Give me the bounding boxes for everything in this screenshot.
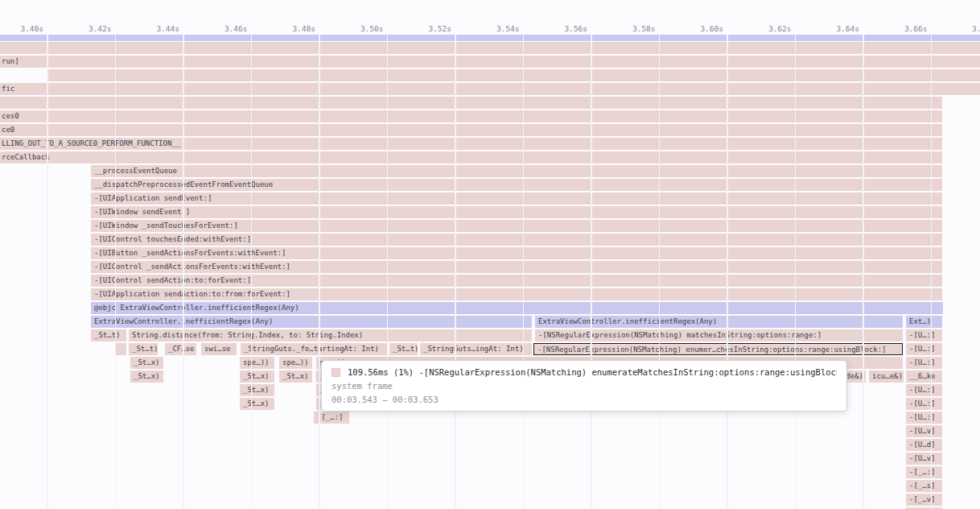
flame-bar[interactable]: @objc ExtraViewController.inefficientReg… <box>91 302 943 314</box>
flame-bar[interactable]: -[UIControl sendAction:to:forEvent:] <box>91 275 942 287</box>
flame-bar-label: spe…)) <box>240 357 274 369</box>
flame-bar-label: -[UIControl _sendActionsForEvents:withEv… <box>91 261 942 273</box>
flame-bar[interactable] <box>47 69 980 81</box>
flame-bar[interactable]: __processEventQueue <box>91 165 942 177</box>
flame-bar[interactable]: _St…t) <box>389 343 418 355</box>
flame-bar[interactable]: _St…x) <box>240 398 274 410</box>
flame-bar-selected[interactable]: -[NSRegularExpression(NSMatching) enumer… <box>533 343 903 355</box>
flame-bar[interactable]: -[UIControl _sendActionsForEvents:withEv… <box>91 261 942 273</box>
flame-bar-label: __processEventQueue <box>91 165 942 177</box>
flame-bar-label: _St…x) <box>279 370 312 383</box>
flame-bar[interactable]: -[_…:] <box>906 466 942 478</box>
flame-bar[interactable]: -[U…:] <box>906 384 942 396</box>
flame-bar[interactable]: String.distance(from: String.Index, to: … <box>129 329 532 341</box>
flame-bar-label: -[UIApplication sendEvent:] <box>91 192 942 205</box>
flame-bar[interactable]: -[UIWindow _sendTouchesForEvent:] <box>91 220 942 232</box>
ruler-tick-label: 3.52s <box>408 23 451 34</box>
flame-bar-label-tail: de&) <box>846 370 863 383</box>
flame-bar[interactable]: -[_…v] <box>906 494 942 506</box>
flame-bar[interactable]: _St…x) <box>130 370 163 383</box>
flame-bar-label: __dispatchPreprocessedEventFromEventQueu… <box>91 179 942 191</box>
flame-bar-label: -[_…v] <box>906 494 942 506</box>
flame-bar-label: -[U…:] <box>906 343 942 355</box>
flame-bar[interactable]: -[UIApplication sendAction:to:from:forEv… <box>91 288 942 300</box>
flame-bar[interactable]: spe…)) <box>279 357 312 369</box>
flame-bar[interactable] <box>0 97 942 109</box>
flame-bar-label: ExtraViewController.inefficientRegex(Any… <box>535 316 903 328</box>
flame-bar[interactable]: ExtraViewController.inefficientRegex(Any… <box>91 316 532 328</box>
flame-bar[interactable]: _St…x) <box>240 384 274 396</box>
flame-bar[interactable]: _StringGuts…ingAt: Int) <box>420 343 532 355</box>
tooltip-main-line: 109.56ms (1%) -[NSRegularExpression(NSMa… <box>331 367 837 377</box>
flame-bar-label: @objc ExtraViewController.inefficientReg… <box>91 302 943 314</box>
ruler-tick-label: 3.60s <box>680 23 723 34</box>
flame-bar[interactable]: ces0 <box>0 110 942 122</box>
flame-bar[interactable]: -[U…:] <box>906 329 942 341</box>
flame-bar-label: _St…x) <box>130 370 163 383</box>
flame-bar[interactable]: -[U…v] <box>906 425 942 437</box>
flame-bar-label: -[NSRegularExpression(NSMatching) enumer… <box>534 344 902 355</box>
tooltip: 109.56ms (1%) -[NSRegularExpression(NSMa… <box>321 360 847 412</box>
flame-bar[interactable]: -[UIApplication sendEvent:] <box>91 192 942 205</box>
flame-bar[interactable]: -[U…v] <box>906 453 942 465</box>
flame-bar-label: -[UIButton _sendActionsForEvents:withEve… <box>91 247 942 259</box>
flame-bar-label: -[U…d] <box>906 439 942 451</box>
flame-bar[interactable]: __dispatchPreprocessedEventFromEventQueu… <box>91 179 942 191</box>
flame-bar[interactable]: -[U…:] <box>906 343 942 355</box>
flame-bar-label: -[NSRegularExpression(NSMatching) matche… <box>535 329 903 341</box>
flame-bar[interactable]: _St…x) <box>279 370 312 383</box>
flame-bar[interactable]: -[UIButton _sendActionsForEvents:withEve… <box>91 247 942 259</box>
flame-bar[interactable]: _St…x) <box>130 357 163 369</box>
flame-bar[interactable]: swi…se <box>201 343 237 355</box>
ruler-tick-label: 3. <box>972 23 980 34</box>
flame-bar[interactable]: _St…x) <box>240 370 274 383</box>
flame-bar-label: String.distance(from: String.Index, to: … <box>129 329 532 341</box>
flame-bar-label: _St…x) <box>240 384 274 396</box>
flame-bar[interactable]: Ext…) <box>906 316 942 328</box>
flame-bar[interactable]: -[UIWindow sendEvent:] <box>91 206 942 218</box>
flame-bar[interactable]: -[U…:] <box>906 398 942 410</box>
flame-chart[interactable]: 3.40s3.42s3.44s3.46s3.48s3.50s3.52s3.54s… <box>0 0 980 509</box>
flame-bar-label: -[U…:] <box>906 329 942 341</box>
tooltip-duration-symbol: 109.56ms (1%) -[NSRegularExpression(NSMa… <box>348 367 837 377</box>
flame-bar[interactable]: -[_…:] <box>314 412 349 424</box>
flame-bar[interactable]: -[NSRegularExpression(NSMatching) matche… <box>535 329 903 341</box>
flame-bar-label: spe…)) <box>279 357 312 369</box>
flame-bar-label: _St…x) <box>240 370 274 383</box>
flame-bar[interactable]: -[U…:] <box>906 357 942 369</box>
flame-bar-label: -[_…:] <box>314 412 349 424</box>
flame-bar-label: rceCallback <box>0 151 942 163</box>
flame-bar[interactable]: -[_…s] <box>906 480 942 492</box>
flame-bar-label: ces0 <box>0 110 942 122</box>
tooltip-time-range: 00:03.543 — 00:03.653 <box>331 395 837 404</box>
flame-bar-label: _StringGuts._fo…tartingAt: Int) <box>241 343 387 355</box>
flame-bar[interactable]: run] <box>0 56 980 68</box>
flame-bar[interactable]: -[U…d] <box>906 439 942 451</box>
flame-bar[interactable]: _St…t) <box>129 343 158 355</box>
flame-bar-label: -[_…:] <box>906 466 942 478</box>
ruler-tick-label: 3.54s <box>476 23 520 34</box>
flame-bar[interactable]: ce0 <box>0 124 942 136</box>
ruler-tick-label: 3.46s <box>204 23 248 34</box>
flame-bar-label: -[U…:] <box>906 357 942 369</box>
flame-bar[interactable]: __6…ke <box>906 370 942 383</box>
flame-bar[interactable]: icu…e&) <box>869 370 904 383</box>
flame-bar-label: -[U…:] <box>906 398 942 410</box>
flame-bar-label: ExtraViewController.inefficientRegex(Any… <box>91 316 532 328</box>
flame-bar[interactable]: -[U…:] <box>906 412 942 424</box>
flame-bar[interactable] <box>0 35 980 41</box>
flame-bar[interactable]: ExtraViewController.inefficientRegex(Any… <box>535 316 903 328</box>
flame-bar[interactable]: fic <box>0 83 980 95</box>
ruler-tick-label: 3.56s <box>544 23 587 34</box>
ruler-tick-label: 3.58s <box>612 23 656 34</box>
flame-bar[interactable] <box>115 343 126 355</box>
flame-bar[interactable]: rceCallback <box>0 151 942 163</box>
flame-bar[interactable]: _CF…se <box>165 343 196 355</box>
flame-bar[interactable] <box>0 42 980 54</box>
flame-bar-label: ce0 <box>0 124 942 136</box>
flame-bar[interactable]: _StringGuts._fo…tartingAt: Int) <box>241 343 387 355</box>
flame-bar[interactable]: -[UIControl touchesEnded:withEvent:] <box>91 234 942 246</box>
flame-bar[interactable]: _St…t) <box>91 329 126 341</box>
flame-bar[interactable]: spe…)) <box>240 357 274 369</box>
flame-bar[interactable]: LLING_OUT_TO_A_SOURCE0_PERFORM_FUNCTION_… <box>0 138 942 150</box>
